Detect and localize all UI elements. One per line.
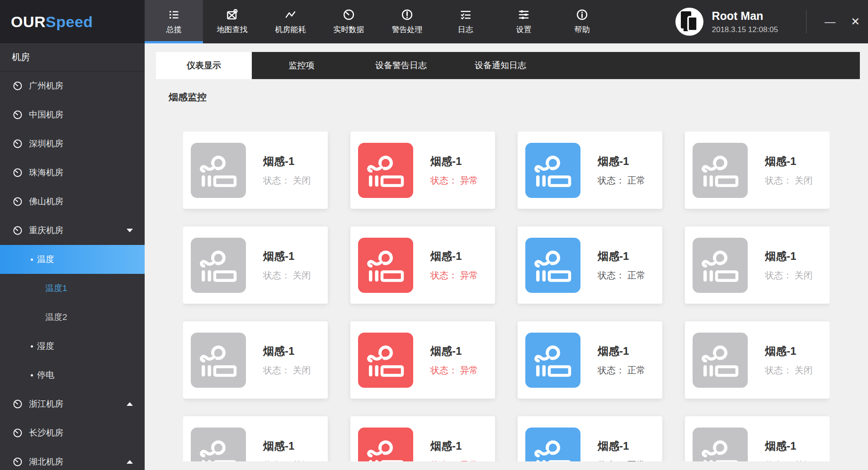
sidebar-item-temperature-1[interactable]: 温度1	[0, 274, 145, 303]
device-card[interactable]: 烟感-1状态： 异常	[350, 132, 495, 209]
nav-item-room-energy[interactable]: 机房能耗	[261, 0, 320, 43]
status-label: 状态：	[765, 460, 792, 462]
sidebar-item-guangzhou-room[interactable]: 广州机房	[0, 71, 145, 100]
device-status: 状态： 正常	[598, 174, 646, 187]
smoke-sensor-tile	[693, 143, 748, 198]
device-card[interactable]: 烟感-1状态： 异常	[350, 226, 495, 304]
device-status: 状态： 关闭	[263, 459, 311, 462]
sidebar-item-zhuhai-room[interactable]: 珠海机房	[0, 158, 145, 187]
device-card[interactable]: 烟感-1状态： 关闭	[183, 132, 328, 209]
close-button[interactable]: ✕	[843, 0, 868, 43]
nav-item-map-search[interactable]: 地图查找	[203, 0, 261, 43]
sidebar-item-label: 深圳机房	[29, 138, 63, 150]
chevron-up-icon	[127, 402, 133, 406]
status-label: 状态：	[598, 175, 625, 185]
sidebar-item-shenzhen-room[interactable]: 深圳机房	[0, 129, 145, 158]
device-card[interactable]: 烟感-1状态： 关闭	[183, 226, 328, 304]
device-status: 状态： 正常	[598, 269, 646, 282]
user-name: Root Man	[712, 9, 778, 23]
sidebar-item-changsha-room[interactable]: 长沙机房	[0, 418, 145, 447]
nav-item-realtime-data[interactable]: 实时数据	[320, 0, 378, 43]
status-value: 关闭	[293, 270, 311, 280]
status-value: 正常	[627, 460, 646, 462]
gauge-icon	[13, 457, 23, 467]
device-card[interactable]: 烟感-1状态： 正常	[518, 226, 662, 304]
sidebar-item-china-room[interactable]: 中国机房	[0, 100, 145, 129]
gauge-icon	[13, 110, 23, 120]
nav-item-label: 总揽	[166, 24, 182, 35]
sidebar-item-label: 重庆机房	[29, 225, 63, 236]
device-card[interactable]: 烟感-1状态： 关闭	[685, 132, 830, 209]
tab-meter-display[interactable]: 仪表显示	[156, 52, 252, 79]
tab-bar: 仪表显示监控项设备警告日志设备通知日志	[156, 52, 860, 79]
gauge-icon	[13, 110, 23, 120]
nav-item-overview[interactable]: 总揽	[145, 0, 203, 43]
device-card[interactable]: 烟感-1状态： 关闭	[685, 226, 830, 304]
sidebar-item-zhejiang-room[interactable]: 浙江机房	[0, 390, 145, 418]
device-card[interactable]: 烟感-1状态： 异常	[350, 416, 495, 461]
device-card[interactable]: 烟感-1状态： 正常	[518, 132, 662, 209]
sidebar-item-foshan-room[interactable]: 佛山机房	[0, 187, 145, 216]
status-label: 状态：	[263, 270, 290, 280]
card-text: 烟感-1状态： 异常	[430, 344, 478, 376]
status-label: 状态：	[598, 365, 625, 375]
device-title: 烟感-1	[263, 439, 311, 453]
user-avatar[interactable]	[675, 7, 704, 36]
status-label: 状态：	[765, 270, 792, 280]
card-text: 烟感-1状态： 正常	[598, 154, 646, 187]
nav-item-help[interactable]: 帮助	[553, 0, 611, 43]
status-label: 状态：	[263, 175, 290, 185]
card-text: 烟感-1状态： 关闭	[765, 344, 813, 376]
sidebar-item-chongqing-room[interactable]: 重庆机房	[0, 216, 145, 245]
smoke-sensor-icon	[531, 338, 575, 382]
sidebar-item-humidity[interactable]: 湿度	[0, 332, 145, 361]
smoke-sensor-icon	[197, 338, 240, 382]
device-card[interactable]: 烟感-1状态： 关闭	[183, 416, 328, 461]
card-text: 烟感-1状态： 异常	[430, 249, 478, 282]
status-value: 异常	[460, 365, 478, 375]
sidebar: 机房 广州机房中国机房深圳机房珠海机房佛山机房重庆机房温度温度1温度2湿度停电浙…	[0, 43, 145, 470]
sidebar-item-temperature[interactable]: 温度	[0, 245, 145, 274]
device-title: 烟感-1	[430, 344, 478, 358]
device-card[interactable]: 烟感-1状态： 关闭	[685, 416, 830, 461]
nav-item-settings[interactable]: 设置	[495, 0, 553, 43]
sidebar-item-hubei-room[interactable]: 湖北机房	[0, 447, 145, 470]
tab-monitor-items[interactable]: 监控项	[252, 52, 351, 79]
device-title: 烟感-1	[598, 439, 646, 453]
smoke-sensor-tile	[191, 428, 246, 462]
status-value: 正常	[627, 175, 646, 185]
status-value: 关闭	[795, 175, 813, 185]
smoke-sensor-tile	[191, 143, 246, 198]
tab-device-notice-log[interactable]: 设备通知日志	[451, 52, 550, 79]
nav-item-alert-handling[interactable]: 警告处理	[378, 0, 436, 43]
status-value: 正常	[627, 365, 646, 375]
device-status: 状态： 关闭	[765, 269, 813, 282]
nav-item-logs[interactable]: 日志	[436, 0, 495, 43]
status-value: 关闭	[293, 365, 311, 375]
minimize-button[interactable]: —	[817, 0, 843, 43]
tab-device-warning-log[interactable]: 设备警告日志	[351, 52, 451, 79]
device-card[interactable]: 烟感-1状态： 异常	[350, 321, 495, 399]
smoke-sensor-tile	[191, 238, 246, 293]
device-card[interactable]: 烟感-1状态： 关闭	[685, 321, 830, 399]
sliders-icon	[518, 9, 530, 21]
cards-viewport: 烟感-1状态： 关闭烟感-1状态： 异常烟感-1状态： 正常烟感-1状态： 关闭…	[183, 132, 830, 461]
sidebar-item-label: 长沙机房	[29, 427, 63, 439]
status-label: 状态：	[263, 365, 290, 375]
pulse-icon	[284, 9, 297, 21]
sidebar-item-label: 浙江机房	[29, 398, 63, 410]
sidebar-item-label: 中国机房	[29, 109, 63, 121]
status-label: 状态：	[430, 460, 458, 462]
sidebar-item-power-outage[interactable]: 停电	[0, 361, 145, 390]
status-label: 状态：	[765, 365, 792, 375]
device-card[interactable]: 烟感-1状态： 关闭	[183, 321, 328, 399]
device-card[interactable]: 烟感-1状态： 正常	[518, 321, 662, 399]
sidebar-item-label: 珠海机房	[29, 167, 63, 179]
gauge-icon	[13, 457, 23, 467]
device-status: 状态： 异常	[430, 364, 478, 376]
cards-grid: 烟感-1状态： 关闭烟感-1状态： 异常烟感-1状态： 正常烟感-1状态： 关闭…	[183, 132, 830, 461]
sidebar-item-temperature-2[interactable]: 温度2	[0, 303, 145, 332]
device-title: 烟感-1	[765, 249, 813, 263]
device-card[interactable]: 烟感-1状态： 正常	[518, 416, 662, 461]
card-text: 烟感-1状态： 关闭	[765, 439, 813, 462]
